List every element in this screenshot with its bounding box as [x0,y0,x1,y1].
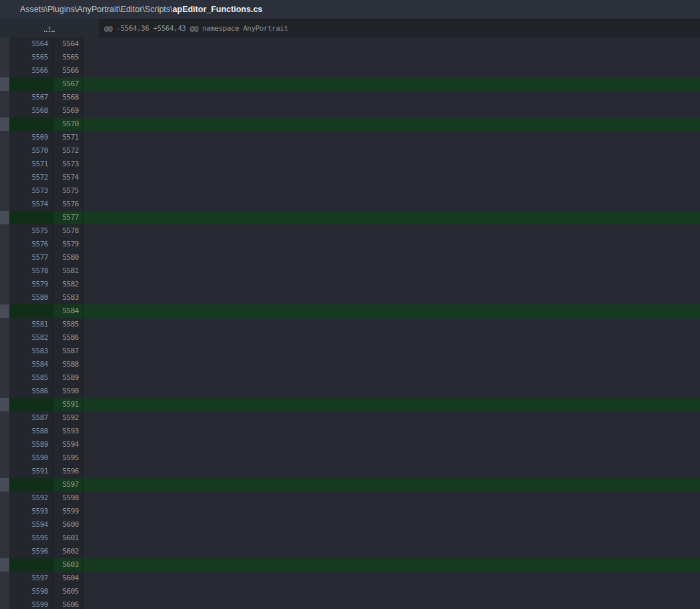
code-line[interactable]: { [83,465,700,478]
code-line[interactable]: } [83,425,700,438]
new-line-number[interactable]: 5599 [53,505,83,518]
code-line[interactable]: return _localization.GetText(textType); [83,131,700,144]
old-line-number[interactable]: 5571 [9,158,53,171]
old-line-number[interactable]: 5588 [9,425,53,438]
new-line-number[interactable]: 5564 [53,37,83,51]
new-line-number[interactable]: 5567 [53,77,83,91]
new-line-number[interactable]: 5586 [53,331,83,345]
code-line[interactable]: + if (_localization == null || !_localiz… [83,118,700,131]
old-line-number[interactable] [9,398,53,411]
old-line-number[interactable]: 5583 [9,345,53,358]
new-line-number[interactable]: 5595 [53,451,83,465]
new-line-number[interactable]: 5576 [53,198,83,211]
new-line-number[interactable]: 5603 [53,558,83,572]
new-line-number[interactable]: 5600 [53,518,83,532]
old-line-number[interactable] [9,77,53,91]
old-line-number[interactable]: 5597 [9,572,53,585]
new-line-number[interactable]: 5593 [53,425,83,438]
old-line-number[interactable]: 5595 [9,532,53,545]
new-line-number[interactable]: 5571 [53,131,83,144]
old-line-number[interactable]: 5599 [9,598,53,609]
old-line-number[interactable]: 5565 [9,51,53,64]
new-line-number[interactable]: 5568 [53,91,83,104]
code-line[interactable]: public string GetTextV3(TEXTV3 textV3Typ… [83,451,700,465]
code-line[interactable]: return string.Format(_localization.GetTe… [83,572,700,585]
old-line-number[interactable]: 5569 [9,131,53,144]
old-line-number[interactable]: 5589 [9,438,53,451]
old-line-number[interactable]: 5584 [9,358,53,371]
old-line-number[interactable]: 5572 [9,171,53,184]
old-line-number[interactable]: 5592 [9,491,53,505]
code-line[interactable] [83,518,700,532]
new-line-number[interactable]: 5597 [53,478,83,491]
new-line-number[interactable]: 5588 [53,358,83,371]
old-line-number[interactable] [9,478,53,491]
old-line-number[interactable]: 5570 [9,144,53,158]
code-line[interactable]: } [83,585,700,598]
code-line[interactable]: + if (_localization == null || !_localiz… [83,558,700,572]
code-line[interactable] [83,171,700,184]
old-line-number[interactable]: 5598 [9,585,53,598]
new-line-number[interactable]: 5590 [53,385,83,398]
new-line-number[interactable]: 5587 [53,345,83,358]
new-line-number[interactable]: 5594 [53,438,83,451]
old-line-number[interactable]: 5593 [9,505,53,518]
old-line-number[interactable]: 5574 [9,198,53,211]
new-line-number[interactable]: 5566 [53,64,83,77]
new-line-number[interactable]: 5601 [53,532,83,545]
code-line[interactable]: { [83,545,700,558]
code-line[interactable]: //--------------------------------------… [83,64,700,77]
new-line-number[interactable]: 5605 [53,585,83,598]
old-line-number[interactable]: 5586 [9,385,53,398]
code-line[interactable]: + if (_localization == null || !_localiz… [83,211,700,224]
code-line[interactable]: return string.Format(_localization.GetTe… [83,224,700,238]
new-line-number[interactable]: 5578 [53,224,83,238]
old-line-number[interactable]: 5596 [9,545,53,558]
code-line[interactable]: public string GetTextFormatV3(TEXTV3 tex… [83,532,700,545]
new-line-number[interactable]: 5585 [53,318,83,331]
code-line[interactable]: public string GetTextFormat(TEXT textTyp… [83,184,700,198]
code-line[interactable] [83,438,700,451]
old-line-number[interactable]: 5585 [9,371,53,385]
old-line-number[interactable]: 5573 [9,184,53,198]
old-line-number[interactable]: 5564 [9,37,53,51]
code-line[interactable]: { [83,198,700,211]
code-line[interactable]: return _localization.GetUIWord(uiWordTyp… [83,318,700,331]
code-line[interactable] [83,251,700,264]
code-line[interactable]: return string.Format(_localization.GetUI… [83,411,700,425]
new-line-number[interactable]: 5579 [53,238,83,251]
new-line-number[interactable]: 5570 [53,118,83,131]
old-line-number[interactable]: 5581 [9,318,53,331]
new-line-number[interactable]: 5581 [53,264,83,278]
code-line[interactable] [83,345,700,358]
code-line[interactable] [83,158,700,171]
new-line-number[interactable]: 5606 [53,598,83,609]
new-line-number[interactable]: 5598 [53,491,83,505]
old-line-number[interactable]: 5578 [9,264,53,278]
code-line[interactable]: } [83,331,700,345]
old-line-number[interactable]: 5591 [9,465,53,478]
new-line-number[interactable]: 5592 [53,411,83,425]
old-line-number[interactable] [9,558,53,572]
new-line-number[interactable]: 5577 [53,211,83,224]
code-line[interactable]: public string GetUIWord(UIWORD uiWordTyp… [83,278,700,291]
old-line-number[interactable]: 5566 [9,64,53,77]
new-line-number[interactable]: 5602 [53,545,83,558]
code-line[interactable]: public string GetUIWordFormat(UIWORD uiW… [83,371,700,385]
code-line[interactable]: + if (_localization == null || !_localiz… [83,304,700,318]
code-line[interactable]: + //------------------------------------… [83,77,700,91]
old-line-number[interactable]: 5575 [9,224,53,238]
code-line[interactable]: + if (_localization == null || !_localiz… [83,398,700,411]
new-line-number[interactable]: 5573 [53,158,83,171]
new-line-number[interactable]: 5569 [53,104,83,118]
new-line-number[interactable]: 5580 [53,251,83,264]
new-line-number[interactable]: 5596 [53,465,83,478]
code-line[interactable]: { [83,104,700,118]
code-line[interactable]: // 로컬라이제이션 [83,51,700,64]
code-line[interactable]: { [83,291,700,304]
old-line-number[interactable]: 5587 [9,411,53,425]
new-line-number[interactable]: 5604 [53,572,83,585]
expand-hunk-button[interactable]: ↑ [0,19,99,37]
new-line-number[interactable]: 5575 [53,184,83,198]
code-line[interactable]: return _localization.GetTextV3(textV3Typ… [83,491,700,505]
